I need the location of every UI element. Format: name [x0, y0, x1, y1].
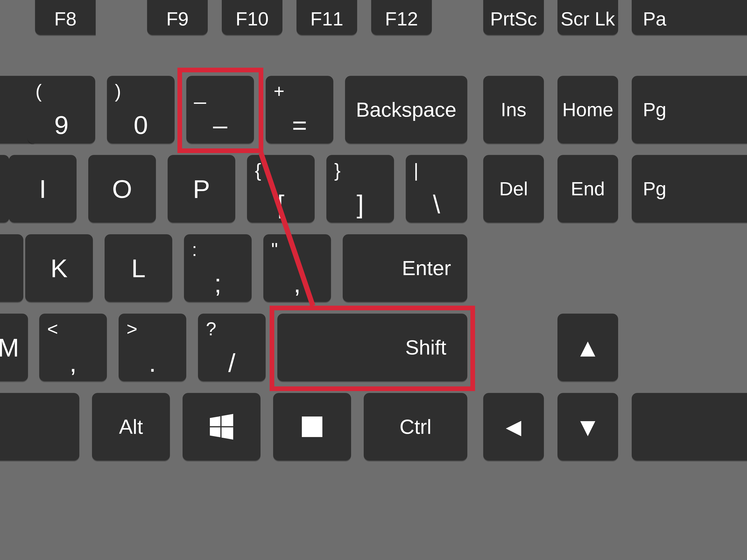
key-i[interactable]: I [9, 155, 77, 222]
key-upper: ? [206, 318, 216, 340]
key-lower: = [266, 110, 333, 140]
key-menu[interactable] [273, 393, 351, 461]
key-quote[interactable]: " , [263, 234, 331, 302]
key-upper: < [47, 318, 58, 340]
key-label: Pa [632, 0, 747, 35]
key-scrlk[interactable]: Scr Lk [558, 0, 618, 35]
key-label: F10 [222, 0, 282, 35]
svg-marker-1 [222, 414, 233, 426]
key-f8[interactable]: F8 [35, 0, 96, 35]
key-comma[interactable]: < , [39, 314, 107, 381]
key-label: K [25, 234, 93, 302]
key-label: O [88, 155, 156, 222]
key-label: F12 [371, 0, 432, 35]
keyboard: F8 F9 F10 F11 F12 PrtSc Scr Lk Pa ( 9 ) … [0, 0, 747, 560]
key-semicolon[interactable]: : ; [184, 234, 252, 302]
key-pause-partial[interactable]: Pa [632, 0, 747, 35]
key-minus[interactable]: _ – [186, 76, 254, 143]
key-label: Pg [632, 155, 747, 222]
key-enter[interactable]: Enter [343, 234, 467, 302]
key-ins[interactable]: Ins [483, 76, 544, 143]
key-period[interactable]: > . [119, 314, 186, 381]
key-lower: , [39, 348, 107, 377]
key-home[interactable]: Home [558, 76, 618, 143]
key-lower: – [186, 110, 254, 140]
key-lower: 0 [107, 110, 175, 140]
key-label: F11 [297, 0, 357, 35]
menu-icon [273, 393, 351, 461]
key-label: End [558, 155, 618, 222]
key-arrow-up[interactable]: ▲ [558, 314, 618, 381]
key-arrow-right-partial[interactable] [632, 393, 747, 461]
key-del[interactable]: Del [483, 155, 544, 222]
key-backspace[interactable]: Backspace [345, 76, 467, 143]
key-label: F8 [35, 0, 96, 35]
key-upper: ( [35, 80, 42, 102]
key-lower: [ [247, 189, 315, 219]
key-upper: + [274, 80, 285, 102]
key-ctrl-right[interactable]: Ctrl [364, 393, 467, 461]
key-0[interactable]: ) 0 [107, 76, 175, 143]
key-right-bracket[interactable]: } ] [326, 155, 394, 222]
key-label: Enter [343, 234, 467, 302]
key-label: Del [483, 155, 544, 222]
svg-marker-3 [222, 427, 233, 440]
key-upper: } [334, 160, 341, 181]
key-upper: ) [115, 80, 121, 102]
key-label: Backspace [345, 76, 467, 143]
key-backslash[interactable]: | \ [406, 155, 467, 222]
key-pgup-partial[interactable]: Pg [632, 76, 747, 143]
key-u-partial[interactable] [0, 155, 9, 222]
key-pgdn-partial[interactable]: Pg [632, 155, 747, 222]
key-o[interactable]: O [88, 155, 156, 222]
key-label: M [0, 314, 28, 381]
svg-marker-0 [210, 416, 221, 426]
key-upper: : [192, 239, 197, 260]
key-label: PrtSc [483, 0, 544, 35]
arrow-left-icon: ◄ [483, 393, 544, 461]
key-f10[interactable]: F10 [222, 0, 282, 35]
key-label: L [105, 234, 172, 302]
key-label: Shift [277, 314, 467, 381]
arrow-up-icon: ▲ [558, 314, 618, 381]
key-lower: 9 [28, 110, 95, 140]
key-f12[interactable]: F12 [371, 0, 432, 35]
key-lower: , [263, 269, 331, 298]
arrow-down-icon: ▼ [558, 393, 618, 461]
key-label: F9 [147, 0, 208, 35]
key-l[interactable]: L [105, 234, 172, 302]
key-slash[interactable]: ? / [198, 314, 266, 381]
key-equals[interactable]: + = [266, 76, 333, 143]
key-space-partial[interactable] [0, 393, 79, 461]
key-shift-right[interactable]: Shift [277, 314, 467, 381]
key-p[interactable]: P [168, 155, 235, 222]
key-left-bracket[interactable]: { [ [247, 155, 315, 222]
key-f11[interactable]: F11 [297, 0, 357, 35]
svg-marker-2 [210, 427, 221, 437]
windows-icon [183, 393, 260, 461]
key-label: I [9, 155, 77, 222]
key-label: Pg [632, 76, 747, 143]
key-k[interactable]: K [25, 234, 93, 302]
key-lower: . [119, 348, 186, 377]
key-end[interactable]: End [558, 155, 618, 222]
key-arrow-down[interactable]: ▼ [558, 393, 618, 461]
key-windows[interactable] [183, 393, 260, 461]
key-upper: " [271, 239, 278, 260]
key-label: Alt [92, 393, 170, 461]
key-label: Ins [483, 76, 544, 143]
key-label: Home [558, 76, 618, 143]
key-upper: | [414, 160, 418, 181]
key-9[interactable]: ( 9 [28, 76, 95, 143]
key-arrow-left[interactable]: ◄ [483, 393, 544, 461]
key-f9[interactable]: F9 [147, 0, 208, 35]
key-upper: { [255, 160, 261, 181]
key-label: Ctrl [364, 393, 467, 461]
key-j-partial[interactable] [0, 234, 23, 302]
key-upper: _ [194, 80, 206, 105]
key-label: Scr Lk [558, 0, 618, 35]
key-upper: > [127, 318, 137, 340]
key-alt-right[interactable]: Alt [92, 393, 170, 461]
key-m[interactable]: M [0, 314, 28, 381]
key-prtsc[interactable]: PrtSc [483, 0, 544, 35]
